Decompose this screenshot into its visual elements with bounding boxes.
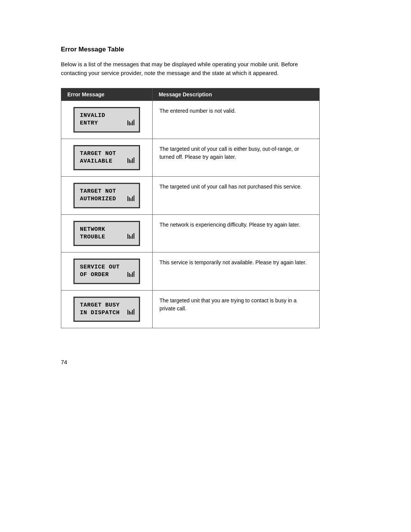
lcd-display: TARGET NOTAUTHORIZED <box>73 183 140 208</box>
table-row: SERVICE OUTOF ORDERThis service is tempo… <box>61 252 320 291</box>
svg-rect-14 <box>134 195 134 201</box>
table-row: NETWORKTROUBLEThe network is experiencin… <box>61 214 320 252</box>
col-header-error-message: Error Message <box>61 88 153 101</box>
svg-rect-3 <box>127 120 128 125</box>
svg-rect-15 <box>131 236 131 239</box>
lcd-display: TARGET BUSYIN DISPATCH <box>73 297 140 322</box>
description-cell: The network is experiencing difficulty. … <box>152 214 319 252</box>
svg-rect-0 <box>131 123 131 125</box>
table-row: TARGET BUSYIN DISPATCHThe targeted unit … <box>61 290 320 328</box>
signal-icon <box>127 309 134 317</box>
lcd-text: NETWORKTROUBLE <box>80 226 124 241</box>
error-message-cell: NETWORKTROUBLE <box>61 214 153 252</box>
description-cell: This service is temporarily not availabl… <box>152 252 319 291</box>
svg-rect-19 <box>134 233 134 239</box>
table-header-row: Error Message Message Description <box>61 88 320 101</box>
section-title: Error Message Table <box>61 46 350 53</box>
svg-rect-4 <box>134 120 134 125</box>
error-message-cell: SERVICE OUTOF ORDER <box>61 252 153 291</box>
lcd-text: INVALIDENTRY <box>80 112 124 128</box>
svg-rect-9 <box>134 157 134 163</box>
error-message-cell: TARGET NOTAUTHORIZED <box>61 177 153 215</box>
lcd-display: INVALIDENTRY <box>73 107 140 133</box>
col-header-message-description: Message Description <box>152 88 319 101</box>
svg-rect-13 <box>127 196 128 201</box>
svg-rect-17 <box>132 234 133 239</box>
signal-icon <box>127 233 134 241</box>
table-row: TARGET NOTAUTHORIZEDThe targeted unit of… <box>61 177 320 215</box>
svg-rect-5 <box>131 160 131 163</box>
error-message-cell: INVALIDENTRY <box>61 101 153 139</box>
svg-rect-29 <box>134 309 134 315</box>
svg-rect-26 <box>129 311 130 315</box>
intro-paragraph: Below is a list of the messages that may… <box>61 60 320 77</box>
description-cell: The targeted unit of your call is either… <box>152 139 319 177</box>
svg-rect-25 <box>131 312 131 315</box>
error-message-cell: TARGET BUSYIN DISPATCH <box>61 290 153 328</box>
svg-rect-18 <box>127 234 128 239</box>
error-message-cell: TARGET NOTAVAILABLE <box>61 139 153 177</box>
description-cell: The entered number is not valid. <box>152 101 319 139</box>
lcd-text: TARGET BUSYIN DISPATCH <box>80 302 124 317</box>
svg-rect-11 <box>129 197 130 201</box>
svg-rect-21 <box>129 273 130 277</box>
svg-rect-12 <box>132 197 133 201</box>
description-cell: The targeted unit of your call has not p… <box>152 177 319 215</box>
lcd-text: SERVICE OUTOF ORDER <box>80 264 124 279</box>
signal-icon <box>127 120 134 128</box>
svg-rect-6 <box>129 159 130 163</box>
svg-rect-27 <box>132 310 133 315</box>
description-cell: The targeted unit that you are trying to… <box>152 290 319 328</box>
lcd-text: TARGET NOTAVAILABLE <box>80 150 124 166</box>
svg-rect-10 <box>131 198 131 201</box>
lcd-text: TARGET NOTAUTHORIZED <box>80 188 124 203</box>
svg-rect-22 <box>132 272 133 277</box>
lcd-display: NETWORKTROUBLE <box>73 221 140 246</box>
svg-rect-24 <box>134 271 134 277</box>
error-message-table: Error Message Message Description INVALI… <box>61 88 320 328</box>
table-row: INVALIDENTRYThe entered number is not va… <box>61 101 320 139</box>
page-number: 74 <box>61 359 350 365</box>
table-row: TARGET NOTAVAILABLEThe targeted unit of … <box>61 139 320 177</box>
svg-rect-8 <box>127 158 128 163</box>
lcd-display: TARGET NOTAVAILABLE <box>73 145 140 171</box>
svg-rect-2 <box>132 121 133 125</box>
signal-icon <box>127 271 134 279</box>
svg-rect-1 <box>129 121 130 125</box>
svg-rect-16 <box>129 235 130 239</box>
svg-rect-7 <box>132 158 133 163</box>
lcd-display: SERVICE OUTOF ORDER <box>73 259 140 284</box>
svg-rect-20 <box>131 274 131 277</box>
svg-rect-23 <box>127 272 128 277</box>
signal-icon <box>127 195 134 203</box>
svg-rect-28 <box>127 310 128 315</box>
page-container: Error Message Table Below is a list of t… <box>0 0 411 396</box>
signal-icon <box>127 157 134 165</box>
